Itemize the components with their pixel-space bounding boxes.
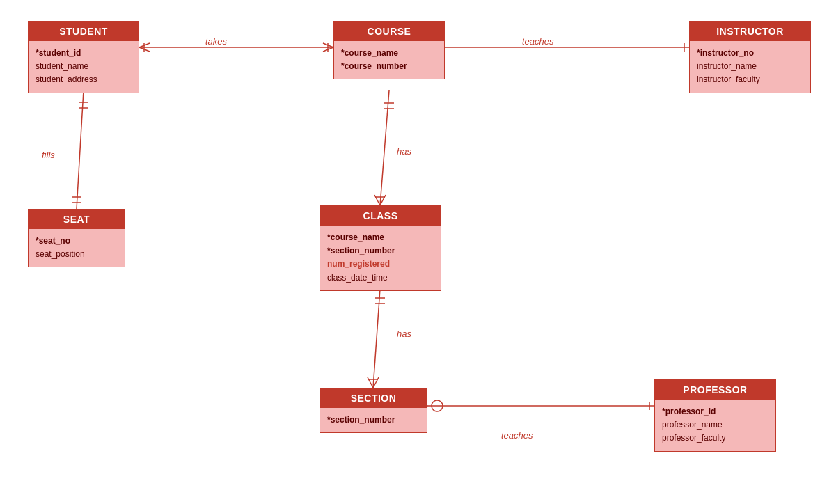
- svg-line-23: [373, 289, 380, 388]
- class-body: *course_name *section_number num_registe…: [320, 226, 441, 290]
- svg-line-17: [380, 90, 389, 205]
- course-entity: COURSE *course_name *course_number: [333, 21, 445, 79]
- course-field-1: *course_number: [341, 60, 437, 73]
- professor-title: PROFESSOR: [655, 380, 775, 400]
- svg-line-12: [77, 90, 84, 209]
- instructor-title: INSTRUCTOR: [690, 22, 810, 41]
- professor-entity: PROFESSOR *professor_id professor_name p…: [654, 379, 776, 452]
- section-body: *section_number: [320, 408, 427, 432]
- professor-field-1: professor_name: [662, 418, 768, 432]
- student-entity: STUDENT *student_id student_name student…: [28, 21, 139, 93]
- course-body: *course_name *course_number: [334, 41, 444, 79]
- has-class-label: has: [397, 146, 411, 157]
- has-section-label: has: [397, 329, 411, 339]
- professor-field-0: *professor_id: [662, 405, 768, 418]
- class-field-2: num_registered: [327, 258, 434, 271]
- teaches-professor-label: teaches: [501, 430, 533, 441]
- erd-diagram: takes teaches fills has has teaches STUD…: [0, 0, 836, 504]
- instructor-field-2: instructor_faculty: [697, 73, 803, 86]
- section-entity: SECTION *section_number: [320, 388, 427, 433]
- instructor-entity: INSTRUCTOR *instructor_no instructor_nam…: [689, 21, 811, 93]
- fills-label: fills: [42, 150, 55, 160]
- svg-line-1: [139, 43, 150, 47]
- takes-label: takes: [205, 36, 227, 47]
- course-title: COURSE: [334, 22, 444, 41]
- student-field-2: student_address: [36, 73, 132, 86]
- section-title: SECTION: [320, 388, 427, 408]
- student-body: *student_id student_name student_address: [29, 41, 139, 93]
- class-title: CLASS: [320, 206, 441, 226]
- section-field-0: *section_number: [327, 414, 420, 427]
- svg-line-4: [323, 43, 333, 47]
- instructor-body: *instructor_no instructor_name instructo…: [690, 41, 810, 93]
- svg-line-24: [368, 377, 373, 388]
- svg-line-2: [139, 47, 150, 52]
- student-field-1: student_name: [36, 60, 132, 73]
- student-title: STUDENT: [29, 22, 139, 41]
- seat-entity: SEAT *seat_no seat_position: [28, 209, 125, 267]
- professor-field-2: professor_faculty: [662, 432, 768, 445]
- teaches-instructor-label: teaches: [522, 36, 554, 47]
- class-field-1: *section_number: [327, 244, 434, 258]
- instructor-field-1: instructor_name: [697, 60, 803, 73]
- seat-title: SEAT: [29, 210, 125, 229]
- student-field-0: *student_id: [36, 47, 132, 60]
- seat-field-0: *seat_no: [36, 235, 118, 248]
- svg-line-5: [323, 47, 333, 52]
- class-entity: CLASS *course_name *section_number num_r…: [320, 205, 441, 291]
- class-field-0: *course_name: [327, 231, 434, 244]
- class-field-3: class_date_time: [327, 271, 434, 285]
- svg-line-21: [380, 195, 386, 205]
- svg-point-30: [432, 400, 443, 411]
- instructor-field-0: *instructor_no: [697, 47, 803, 60]
- svg-line-25: [373, 377, 379, 388]
- professor-body: *professor_id professor_name professor_f…: [655, 400, 775, 451]
- svg-line-20: [374, 195, 380, 205]
- seat-body: *seat_no seat_position: [29, 229, 125, 267]
- seat-field-1: seat_position: [36, 248, 118, 261]
- course-field-0: *course_name: [341, 47, 437, 60]
